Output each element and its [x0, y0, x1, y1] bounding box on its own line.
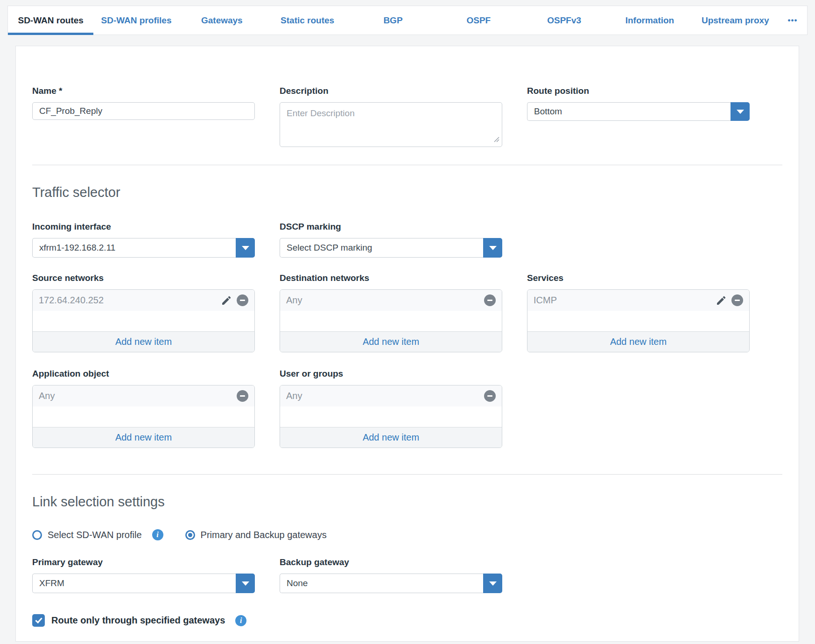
radio-label: Primary and Backup gateways	[201, 530, 327, 540]
list-item: 172.64.240.252	[33, 290, 254, 311]
info-icon[interactable]: i	[152, 529, 163, 540]
list-item-text: Any	[286, 295, 302, 306]
list-item-text: ICMP	[534, 295, 557, 306]
list-item: Any	[280, 290, 502, 311]
route-position-label: Route position	[527, 86, 750, 96]
remove-minus-icon[interactable]	[731, 294, 743, 306]
services-label: Services	[527, 273, 750, 283]
tab-static-routes[interactable]: Static routes	[265, 6, 350, 35]
backup-gateway-label: Backup gateway	[280, 557, 502, 567]
add-new-item-button[interactable]: Add new item	[527, 331, 749, 352]
name-input[interactable]	[32, 102, 255, 120]
description-label: Description	[280, 86, 502, 96]
remove-minus-icon[interactable]	[484, 294, 496, 306]
services-list: ICMP Add new item	[527, 289, 750, 352]
chevron-down-icon	[242, 246, 249, 250]
list-item-text: 172.64.240.252	[39, 295, 104, 306]
add-new-item-button[interactable]: Add new item	[33, 331, 254, 352]
backup-gateway-select[interactable]: None	[280, 574, 502, 593]
list-empty-area	[33, 406, 254, 427]
info-icon[interactable]: i	[235, 615, 246, 626]
user-or-groups-field-group: User or groups Any Add new item	[280, 369, 502, 448]
chevron-down-icon	[489, 581, 497, 586]
radio-unchecked-icon	[32, 530, 42, 540]
name-field-group: Name *	[32, 86, 255, 120]
incoming-interface-field-group: Incoming interface xfrm1-192.168.2.11	[32, 222, 255, 258]
list-item-text: Any	[39, 391, 55, 401]
application-object-list: Any Add new item	[32, 385, 255, 448]
dscp-marking-label: DSCP marking	[280, 222, 502, 232]
tab-sdwan-profiles[interactable]: SD-WAN profiles	[93, 6, 179, 35]
list-item: Any	[33, 385, 254, 406]
description-field-group: Description	[280, 86, 502, 147]
chevron-down-icon	[242, 581, 249, 586]
tab-ospf[interactable]: OSPF	[436, 6, 521, 35]
name-label: Name *	[32, 86, 255, 96]
traffic-selector-title: Traffic selector	[32, 185, 782, 200]
backup-gateway-dropdown-button[interactable]	[483, 574, 502, 593]
radio-primary-backup-gateways[interactable]: Primary and Backup gateways	[185, 530, 327, 540]
services-field-group: Services ICMP Add new item	[527, 273, 750, 352]
user-or-groups-list: Any Add new item	[280, 385, 502, 448]
primary-gateway-select[interactable]: XFRM	[32, 574, 255, 593]
route-position-field-group: Route position Bottom	[527, 86, 750, 121]
primary-gateway-label: Primary gateway	[32, 557, 255, 567]
source-networks-field-group: Source networks 172.64.240.252 Add new i…	[32, 273, 255, 352]
dscp-marking-value: Select DSCP marking	[280, 238, 483, 258]
add-new-item-button[interactable]: Add new item	[280, 427, 502, 448]
source-networks-list: 172.64.240.252 Add new item	[32, 289, 255, 352]
tab-information[interactable]: Information	[607, 6, 692, 35]
list-empty-area	[280, 406, 502, 427]
primary-gateway-dropdown-button[interactable]	[236, 574, 255, 593]
dscp-marking-field-group: DSCP marking Select DSCP marking	[280, 222, 502, 258]
backup-gateway-value: None	[280, 574, 483, 593]
resize-handle-icon[interactable]	[493, 136, 499, 144]
remove-minus-icon[interactable]	[237, 390, 248, 402]
dscp-marking-dropdown-button[interactable]	[483, 238, 502, 258]
dscp-marking-select[interactable]: Select DSCP marking	[280, 238, 502, 258]
application-object-field-group: Application object Any Add new item	[32, 369, 255, 448]
list-item: Any	[280, 385, 502, 406]
incoming-interface-select[interactable]: xfrm1-192.168.2.11	[32, 238, 255, 258]
primary-gateway-value: XFRM	[32, 574, 236, 593]
radio-label: Select SD-WAN profile	[48, 530, 142, 540]
edit-pencil-icon[interactable]	[716, 295, 727, 306]
link-selection-title: Link selection settings	[32, 494, 782, 510]
backup-gateway-field-group: Backup gateway None	[280, 557, 502, 593]
add-new-item-button[interactable]: Add new item	[280, 331, 502, 352]
description-textarea[interactable]	[280, 102, 502, 147]
radio-checked-icon	[185, 530, 195, 540]
primary-gateway-field-group: Primary gateway XFRM	[32, 557, 255, 593]
tab-bar: SD-WAN routes SD-WAN profiles Gateways S…	[7, 6, 808, 35]
list-empty-area	[33, 311, 254, 331]
route-position-select[interactable]: Bottom	[527, 102, 750, 121]
tab-gateways[interactable]: Gateways	[179, 6, 265, 35]
tab-ospfv3[interactable]: OSPFv3	[521, 6, 607, 35]
tab-bgp[interactable]: BGP	[350, 6, 436, 35]
route-position-value: Bottom	[527, 102, 731, 121]
route-position-dropdown-button[interactable]	[731, 102, 750, 121]
sdwan-route-form: Name * Description Route position Bottom	[15, 46, 799, 642]
list-empty-area	[280, 311, 502, 331]
edit-pencil-icon[interactable]	[221, 295, 232, 306]
incoming-interface-dropdown-button[interactable]	[236, 238, 255, 258]
more-tabs-icon[interactable]: •••	[778, 6, 807, 35]
list-item: ICMP	[527, 290, 749, 311]
remove-minus-icon[interactable]	[237, 294, 248, 306]
add-new-item-button[interactable]: Add new item	[33, 427, 254, 448]
chevron-down-icon	[737, 110, 744, 114]
incoming-interface-label: Incoming interface	[32, 222, 255, 232]
tab-sdwan-routes[interactable]: SD-WAN routes	[8, 6, 93, 35]
chevron-down-icon	[489, 246, 497, 250]
route-only-checkbox[interactable]	[32, 614, 45, 627]
remove-minus-icon[interactable]	[484, 390, 496, 402]
section-divider	[32, 474, 782, 475]
list-empty-area	[527, 311, 749, 331]
destination-networks-field-group: Destination networks Any Add new item	[280, 273, 502, 352]
route-only-checkbox-label: Route only through specified gateways	[51, 615, 225, 626]
source-networks-label: Source networks	[32, 273, 255, 283]
radio-select-sdwan-profile[interactable]: Select SD-WAN profile	[32, 530, 142, 540]
checkmark-icon	[35, 616, 42, 623]
destination-networks-list: Any Add new item	[280, 289, 502, 352]
tab-upstream-proxy[interactable]: Upstream proxy	[693, 6, 778, 35]
